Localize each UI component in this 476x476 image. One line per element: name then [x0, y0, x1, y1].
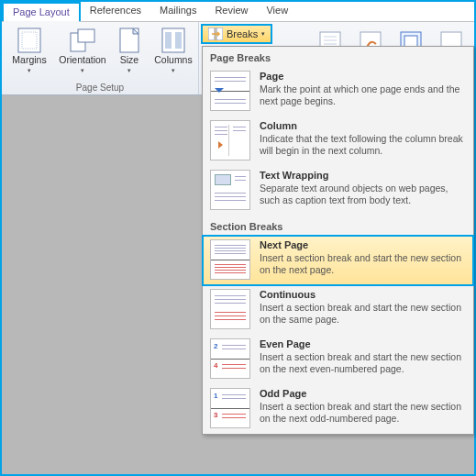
column-break-icon — [210, 120, 250, 161]
section-breaks-header: Section Breaks — [203, 216, 473, 236]
margins-label: Margins — [12, 55, 46, 66]
continuous-icon — [210, 289, 250, 329]
chevron-down-icon: ▾ — [261, 30, 265, 38]
orientation-label: Orientation — [59, 55, 105, 66]
odd-page-title: Odd Page — [260, 388, 466, 399]
tab-page-layout[interactable]: Page Layout — [2, 2, 81, 21]
page-breaks-header: Page Breaks — [203, 47, 473, 67]
chevron-down-icon: ▾ — [172, 67, 175, 74]
menu-item-odd-page[interactable]: 1 3 Odd Page Insert a section break and … — [203, 384, 473, 434]
size-button[interactable]: Size ▾ — [112, 24, 147, 82]
menu-item-page[interactable]: Page Mark the point at which one page en… — [203, 67, 473, 116]
breaks-icon — [208, 28, 223, 40]
page-break-icon — [210, 71, 250, 111]
chevron-down-icon: ▾ — [81, 67, 84, 74]
menu-item-continuous[interactable]: Continuous Insert a section break and st… — [203, 285, 473, 335]
page-title: Page — [260, 71, 466, 82]
margins-icon — [15, 27, 44, 54]
ribbon-tabs: Page Layout References Mailings Review V… — [2, 2, 474, 22]
continuous-title: Continuous — [260, 289, 466, 300]
text-wrapping-icon — [210, 170, 250, 210]
margins-button[interactable]: Margins ▾ — [6, 24, 53, 82]
orientation-button[interactable]: Orientation ▾ — [59, 24, 106, 82]
even-page-icon: 2 4 — [210, 338, 250, 379]
menu-item-next-page[interactable]: Next Page Insert a section break and sta… — [202, 235, 474, 286]
menu-item-column[interactable]: Column Indicate that the text following … — [203, 116, 473, 166]
menu-item-text-wrapping[interactable]: Text Wrapping Separate text around objec… — [203, 166, 473, 216]
size-label: Size — [120, 55, 138, 66]
page-desc: Mark the point at which one page ends an… — [260, 83, 466, 107]
next-page-icon — [210, 239, 250, 280]
odd-page-desc: Insert a section break and start the new… — [260, 401, 466, 425]
odd-page-icon: 1 3 — [210, 388, 250, 428]
column-desc: Indicate that the text following the col… — [260, 133, 466, 157]
breaks-label: Breaks — [227, 28, 258, 39]
tab-mailings[interactable]: Mailings — [150, 2, 205, 21]
even-page-title: Even Page — [260, 338, 466, 349]
tab-view[interactable]: View — [257, 2, 297, 21]
svg-rect-7 — [175, 32, 182, 49]
group-page-setup: Margins ▾ Orientation ▾ Size ▾ — [2, 22, 199, 94]
chevron-down-icon: ▾ — [28, 67, 31, 74]
orientation-icon — [68, 27, 97, 54]
column-title: Column — [260, 120, 466, 131]
text-wrapping-title: Text Wrapping — [260, 170, 466, 181]
even-page-desc: Insert a section break and start the new… — [260, 351, 466, 375]
columns-label: Columns — [154, 55, 192, 66]
tab-review[interactable]: Review — [205, 2, 257, 21]
svg-rect-6 — [165, 32, 172, 49]
columns-button[interactable]: Columns ▾ — [152, 24, 194, 82]
tab-references[interactable]: References — [81, 2, 150, 21]
menu-item-even-page[interactable]: 2 4 Even Page Insert a section break and… — [203, 335, 473, 384]
size-icon — [115, 27, 144, 54]
breaks-button[interactable]: Breaks ▾ — [201, 24, 272, 44]
text-wrapping-desc: Separate text around objects on web page… — [260, 183, 466, 206]
breaks-dropdown: Page Breaks Page Mark the point at which… — [202, 46, 474, 435]
svg-rect-3 — [78, 29, 94, 42]
next-page-title: Next Page — [260, 239, 466, 250]
group-label-page-setup: Page Setup — [76, 82, 124, 94]
continuous-desc: Insert a section break and start the new… — [260, 302, 466, 326]
columns-icon — [159, 27, 188, 54]
chevron-down-icon: ▾ — [127, 67, 131, 74]
next-page-desc: Insert a section break and start the new… — [260, 252, 466, 276]
